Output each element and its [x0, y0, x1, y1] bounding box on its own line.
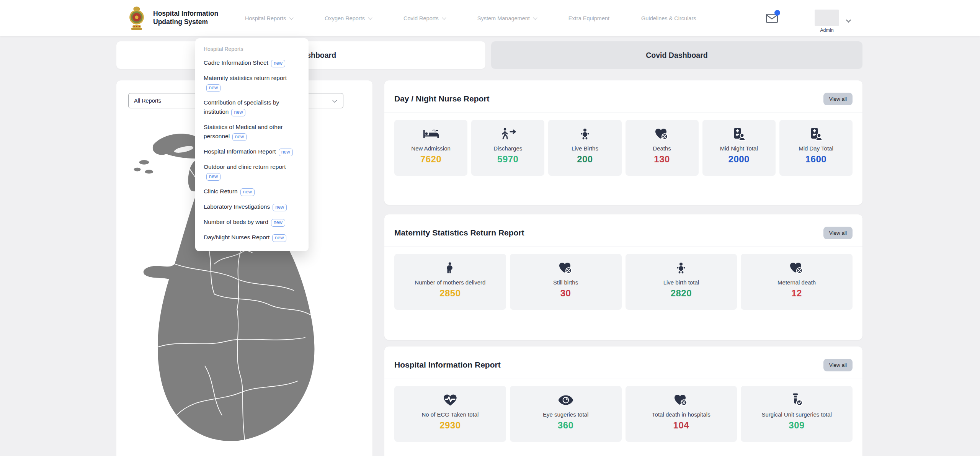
stat-tile-mid-night-total: Mid Night Total 2000: [702, 120, 776, 176]
nav-guidelines-circulars[interactable]: Guidelines & Circulars: [641, 15, 696, 21]
nav-extra-equipment[interactable]: Extra Equipment: [568, 15, 609, 21]
notification-dot: [774, 10, 780, 16]
heart-x-icon: [673, 392, 689, 408]
stat-tile-new-admission: New Admission 7620: [394, 120, 467, 176]
new-badge: new: [240, 188, 255, 196]
menu-item-number-of-beds-by-ward[interactable]: Number of beds by wardnew: [204, 217, 300, 227]
menu-item-maternity-statistics-return-report[interactable]: Maternity statistics return reportnew: [204, 74, 300, 92]
tab-covid-dashboard[interactable]: Covid Dashboard: [491, 41, 862, 69]
stat-tile-mothers-delivered: Number of mothers deliverd 2850: [394, 254, 506, 310]
stat-value: 130: [654, 154, 670, 165]
walking-arrow-icon: [500, 126, 516, 142]
stat-label: Eye sugeries total: [543, 411, 588, 418]
stat-value: 104: [673, 420, 689, 431]
stat-label: Meternal death: [777, 279, 816, 286]
user-menu-chevron-down-icon[interactable]: [846, 18, 851, 23]
stat-tile-still-births: Still births 30: [510, 254, 622, 310]
stat-label: Total death in hospitals: [652, 411, 710, 418]
stat-value: 12: [791, 288, 802, 299]
menu-item-cadre-information-sheet[interactable]: Cadre Information Sheetnew: [204, 58, 300, 67]
menu-item-laboratory-investigations[interactable]: Laboratory Investigationsnew: [204, 202, 300, 211]
stat-label: Live birth total: [663, 279, 699, 286]
card-title: Maternity Statistics Return Report: [394, 228, 524, 237]
view-all-button[interactable]: View all: [823, 359, 853, 371]
menu-item-clinic-return[interactable]: Clinic Returnnew: [204, 187, 300, 196]
stat-tile-live-birth-total: Live birth total 2820: [626, 254, 737, 310]
menu-item-statistics-of-medical-personnel[interactable]: Statistics of Medical and other personne…: [204, 123, 300, 141]
stat-label: Surgical Unit surgeries total: [761, 411, 831, 418]
stat-label: Still births: [553, 279, 578, 286]
stat-tile-ecg-taken: No of ECG Taken total 2930: [394, 386, 506, 442]
menu-item-outdoor-and-clinic-return-report[interactable]: Outdoor and clinic return reportnew: [204, 162, 300, 181]
stat-value: 309: [789, 420, 805, 431]
new-badge: new: [272, 234, 286, 242]
new-badge: new: [279, 149, 293, 156]
new-badge: new: [271, 60, 285, 67]
stat-label: New Admission: [411, 145, 451, 152]
chevron-down-icon: [332, 98, 336, 102]
chevron-down-icon: [289, 15, 294, 20]
divider: [384, 113, 862, 113]
pregnant-icon: [444, 260, 457, 276]
new-badge: new: [232, 133, 247, 141]
stat-value: 2820: [671, 288, 692, 299]
heart-x-icon: [789, 260, 804, 276]
chevron-down-icon: [533, 15, 537, 20]
bed-patient-icon: [423, 126, 439, 142]
tube-check-icon: [789, 392, 804, 408]
view-all-button[interactable]: View all: [823, 93, 853, 105]
menu-item-hospital-information-report[interactable]: Hospital Information Reportnew: [204, 147, 300, 156]
new-badge: new: [206, 173, 220, 181]
stat-tile-live-births: Live Births 200: [548, 120, 621, 176]
stat-label: Deaths: [653, 145, 671, 152]
dropdown-header: Hospital Reports: [204, 46, 300, 52]
card-title: Hospital Information Report: [394, 360, 501, 369]
stat-value: 30: [560, 288, 571, 299]
clipboard-person-icon: [808, 126, 823, 142]
menu-item-day-night-nurses-report[interactable]: Day/Night Nurses Reportnew: [204, 233, 300, 242]
new-badge: new: [273, 204, 287, 211]
top-navbar: Hospital Information Updating System Hos…: [0, 0, 980, 36]
stat-tile-total-death: Total death in hospitals 104: [626, 386, 737, 442]
stat-tile-eye-surgeries: Eye sugeries total 360: [510, 386, 622, 442]
menu-item-contribution-of-specialists[interactable]: Contribution of specialists by instituti…: [204, 98, 300, 116]
stat-label: Discharges: [493, 145, 522, 152]
stat-label: No of ECG Taken total: [421, 411, 479, 418]
hospital-reports-dropdown-menu: Hospital Reports Cadre Information Sheet…: [195, 38, 309, 251]
new-badge: new: [271, 219, 285, 227]
new-badge: new: [206, 84, 220, 92]
day-night-nurse-report-card: Day / Night Nurse Report View all New Ad…: [384, 80, 862, 205]
main-nav: Hospital Reports Oxygen Reports Covid Re…: [245, 0, 696, 36]
stat-tile-maternal-death: Meternal death 12: [741, 254, 853, 310]
stat-tile-surgical-unit-surgeries: Surgical Unit surgeries total 309: [741, 386, 853, 442]
maternity-statistics-report-card: Maternity Statistics Return Report View …: [384, 214, 862, 340]
clipboard-person-icon: [731, 126, 746, 142]
stat-label: Mid Day Total: [799, 145, 833, 152]
stat-value: 1600: [805, 154, 826, 165]
user-name-label: Admin: [815, 28, 839, 33]
stat-tile-deaths: Deaths 130: [626, 120, 699, 176]
stat-label: Live Births: [572, 145, 598, 152]
brand: Hospital Information Updating System: [126, 6, 218, 30]
divider: [384, 379, 862, 379]
stat-tile-discharges: Discharges 5970: [471, 120, 544, 176]
stat-value: 5970: [497, 154, 518, 165]
stat-label: Mid Night Total: [720, 145, 758, 152]
chevron-down-icon: [368, 15, 372, 20]
stat-value: 2850: [439, 288, 461, 299]
stat-value: 2000: [728, 154, 750, 165]
card-title: Day / Night Nurse Report: [394, 94, 490, 103]
nav-covid-reports[interactable]: Covid Reports: [403, 15, 446, 21]
nav-system-management[interactable]: System Management: [477, 15, 537, 21]
stat-value: 2930: [439, 420, 461, 431]
avatar[interactable]: [815, 10, 839, 26]
baby-icon: [674, 260, 688, 276]
baby-icon: [578, 126, 592, 142]
stat-tile-mid-day-total: Mid Day Total 1600: [779, 120, 853, 176]
stat-value: 200: [577, 154, 593, 165]
view-all-button[interactable]: View all: [823, 227, 853, 239]
nav-oxygen-reports[interactable]: Oxygen Reports: [325, 15, 372, 21]
nav-hospital-reports[interactable]: Hospital Reports: [245, 15, 293, 21]
eye-icon: [558, 392, 574, 408]
stat-value: 360: [558, 420, 574, 431]
